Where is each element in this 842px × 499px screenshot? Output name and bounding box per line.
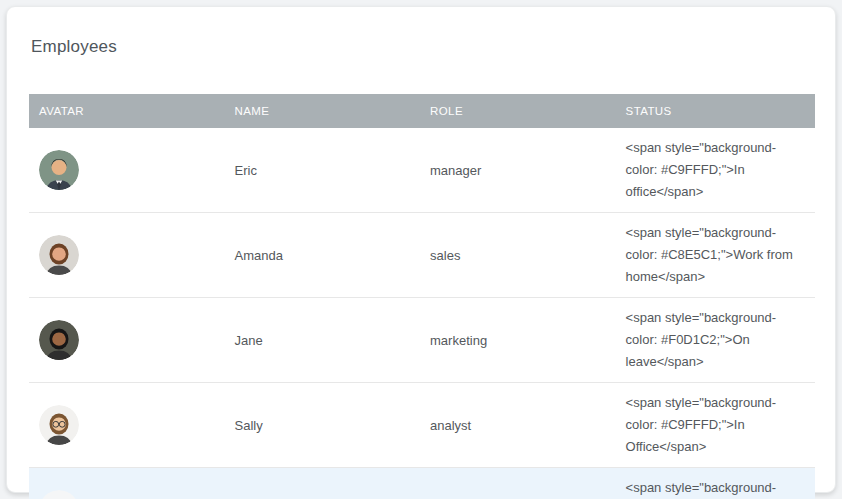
man-portrait-icon	[39, 150, 215, 190]
woman-portrait-icon	[39, 235, 215, 275]
role-cell: marketing	[420, 324, 616, 357]
avatar-cell	[29, 396, 225, 454]
table-header-row: AVATARNAMEROLESTATUS	[29, 94, 815, 128]
column-header-status[interactable]: STATUS	[616, 105, 815, 117]
avatar-cell	[29, 226, 225, 284]
table-row[interactable]: Amanda sales <span style="background-col…	[29, 213, 815, 298]
status-cell: <span style="background-color: #C8E5C1;"…	[616, 213, 815, 297]
column-header-name[interactable]: NAME	[225, 105, 421, 117]
name-cell: Amanda	[225, 239, 421, 272]
role-cell: analyst	[420, 409, 616, 442]
woman-portrait-icon	[39, 405, 215, 445]
status-cell: <span style="background-color: #C8E5C1;"…	[616, 468, 815, 499]
status-cell: <span style="background-color: #C9FFFD;"…	[616, 383, 815, 467]
employees-table: AVATARNAMEROLESTATUS Eric manager <span …	[29, 94, 815, 499]
status-cell: <span style="background-color: #C9FFFD;"…	[616, 128, 815, 212]
table-row[interactable]: Sally analyst <span style="background-co…	[29, 383, 815, 468]
role-cell: sales	[420, 239, 616, 272]
status-cell: <span style="background-color: #F0D1C2;"…	[616, 298, 815, 382]
role-cell: manager	[420, 154, 616, 187]
name-cell: Jane	[225, 324, 421, 357]
role-cell: engineer	[420, 494, 616, 499]
table-row[interactable]: Jane marketing <span style="background-c…	[29, 298, 815, 383]
name-cell: Sally	[225, 409, 421, 442]
employees-card: Employees AVATARNAMEROLESTATUS Eric mana…	[6, 6, 836, 493]
column-header-role[interactable]: ROLE	[420, 105, 616, 117]
avatar-cell	[29, 311, 225, 369]
table-row[interactable]: Eric manager <span style="background-col…	[29, 128, 815, 213]
table-body: Eric manager <span style="background-col…	[29, 128, 815, 499]
avatar-cell	[29, 141, 225, 199]
avatar-cell	[29, 481, 225, 499]
man-portrait-icon	[39, 490, 215, 499]
woman-portrait-icon	[39, 320, 215, 360]
name-cell: Eric	[225, 154, 421, 187]
name-cell: Brad	[225, 494, 421, 499]
column-header-avatar[interactable]: AVATAR	[29, 105, 225, 117]
page-title: Employees	[31, 37, 813, 57]
table-row[interactable]: Brad engineer <span style="background-co…	[29, 468, 815, 499]
